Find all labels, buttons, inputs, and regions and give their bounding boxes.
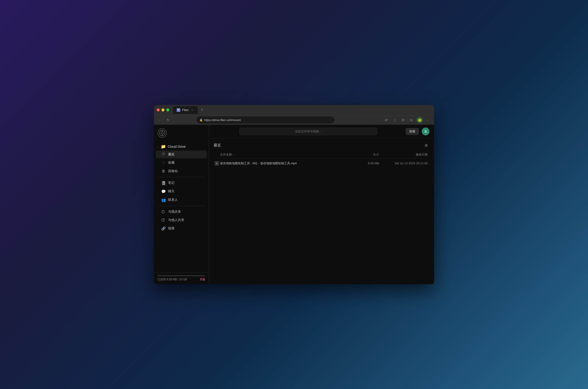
bookmark-button[interactable]: ☆ bbox=[391, 117, 398, 123]
tab-favicon: F bbox=[177, 108, 180, 112]
col-name-label: 文件名称 bbox=[220, 153, 232, 157]
user-avatar[interactable]: S bbox=[422, 128, 430, 135]
storage-usage-text: 已使用 8.09 MB / 10 GB bbox=[157, 278, 187, 282]
extension-button[interactable]: ⚙ bbox=[400, 117, 406, 123]
link-icon: 🔗 bbox=[161, 226, 166, 231]
filen-logo bbox=[157, 129, 167, 138]
tab-bar: F Filen × + bbox=[173, 106, 431, 114]
url-bar[interactable]: 🔒 https://drive.filen.io/#/recent bbox=[197, 117, 335, 123]
sidebar-item-chat[interactable]: 💬 聊天 bbox=[156, 188, 207, 195]
sidebar-divider-2 bbox=[157, 206, 205, 206]
traffic-lights bbox=[157, 108, 169, 111]
search-bar[interactable] bbox=[239, 128, 377, 135]
sidebar-item-recent[interactable]: ⏱ 最近 bbox=[156, 151, 207, 158]
col-size-label: 大小 bbox=[373, 153, 379, 156]
sidebar-item-notes[interactable]: 📓 笔记 bbox=[156, 179, 207, 187]
split-view-button[interactable]: ⧉ bbox=[408, 117, 415, 123]
contacts-icon: 👥 bbox=[161, 198, 166, 202]
browser-actions: Aᵃ ☆ ⚙ ⧉ 🐸 ··· bbox=[383, 117, 431, 123]
tab-close-button[interactable]: × bbox=[190, 108, 194, 112]
storage-bar-container: 已使用 8.09 MB / 10 GB 升级 bbox=[154, 272, 209, 284]
sidebar-item-links-label: 链接 bbox=[168, 226, 175, 230]
share-in-icon bbox=[161, 210, 166, 214]
main-toolbar: 新建 S bbox=[209, 125, 434, 138]
table-row[interactable]: 迷你地铁地图绘制工具 - 001 - 迷你地铁地图绘制工具.mp4 8.09 M… bbox=[214, 159, 430, 168]
main-area: 新建 S 最近 ⊞ 文件名称 ↑ 大小 bbox=[209, 125, 434, 284]
sidebar-item-favorites[interactable]: ♡ 收藏 bbox=[156, 159, 207, 167]
maximize-button[interactable] bbox=[166, 108, 169, 111]
sort-arrow-icon: ↑ bbox=[233, 153, 234, 156]
address-bar: ← ↻ 🔒 https://drive.filen.io/#/recent Aᵃ… bbox=[154, 115, 434, 125]
nav-group-3: 与我共享 与他人共享 🔗 链接 bbox=[154, 208, 209, 232]
close-button[interactable] bbox=[157, 108, 160, 111]
sidebar-item-contacts[interactable]: 👥 联系人 bbox=[156, 196, 207, 204]
sidebar-item-trash[interactable]: 🗑 回收站 bbox=[156, 167, 207, 175]
sidebar-item-shared-with-me-label: 与我共享 bbox=[168, 210, 181, 214]
folder-icon: 📁 bbox=[161, 144, 166, 149]
svg-rect-6 bbox=[162, 211, 164, 213]
active-tab[interactable]: F Filen × bbox=[173, 106, 198, 114]
sidebar-item-shared-with-me[interactable]: 与我共享 bbox=[156, 208, 207, 216]
sidebar-divider-1 bbox=[157, 177, 205, 177]
storage-info: 已使用 8.09 MB / 10 GB 升级 bbox=[157, 278, 205, 282]
search-input[interactable] bbox=[242, 130, 374, 133]
section-title: 最近 bbox=[214, 143, 221, 148]
sidebar: ⌄ 📁 Cloud Drive ⏱ 最近 ♡ 收藏 🗑 bbox=[154, 125, 209, 284]
back-button[interactable]: ← bbox=[157, 117, 163, 123]
nav-group-1: ⏱ 最近 ♡ 收藏 🗑 回收站 bbox=[154, 151, 209, 175]
file-type-icon bbox=[215, 161, 219, 166]
file-list-area: 最近 ⊞ 文件名称 ↑ 大小 修改日期 bbox=[209, 138, 434, 284]
more-menu-button[interactable]: ··· bbox=[425, 117, 431, 123]
cloud-drive-label: Cloud Drive bbox=[168, 145, 186, 148]
svg-point-3 bbox=[161, 132, 163, 134]
file-icon-col bbox=[214, 161, 220, 166]
sidebar-logo bbox=[154, 125, 209, 141]
file-name: 迷你地铁地图绘制工具 - 001 - 迷你地铁地图绘制工具.mp4 bbox=[220, 161, 351, 165]
url-full: https://drive.filen.io/#/recent bbox=[204, 118, 241, 122]
storage-bar-fill bbox=[157, 275, 158, 276]
lock-icon: 🔒 bbox=[199, 118, 203, 122]
view-toggle-button[interactable]: ⊞ bbox=[423, 142, 430, 149]
file-columns: 文件名称 ↑ 大小 修改日期 bbox=[214, 151, 430, 159]
share-out-icon bbox=[161, 218, 166, 222]
sidebar-item-shared-with-others[interactable]: 与他人共享 bbox=[156, 216, 207, 224]
col-date-header[interactable]: 修改日期 bbox=[379, 153, 430, 157]
sidebar-nav: ⌄ 📁 Cloud Drive ⏱ 最近 ♡ 收藏 🗑 bbox=[154, 141, 209, 272]
reload-button[interactable]: ↻ bbox=[165, 117, 171, 123]
profile-picture[interactable]: 🐸 bbox=[416, 117, 423, 123]
new-button[interactable]: 新建 bbox=[406, 128, 419, 135]
minimize-button[interactable] bbox=[161, 108, 164, 111]
svg-rect-7 bbox=[162, 219, 164, 221]
sidebar-item-contacts-label: 联系人 bbox=[168, 198, 178, 202]
sidebar-item-shared-with-others-label: 与他人共享 bbox=[168, 218, 184, 222]
sidebar-item-trash-label: 回收站 bbox=[168, 169, 178, 173]
url-text: https://drive.filen.io/#/recent bbox=[204, 118, 241, 122]
col-size-header[interactable]: 大小 bbox=[351, 153, 379, 157]
sidebar-item-chat-label: 聊天 bbox=[168, 189, 175, 194]
trash-icon: 🗑 bbox=[161, 169, 166, 173]
nav-group-2: 📓 笔记 💬 聊天 👥 联系人 bbox=[154, 179, 209, 204]
title-bar: F Filen × + bbox=[154, 105, 434, 115]
clock-icon: ⏱ bbox=[161, 152, 166, 157]
sidebar-item-notes-label: 笔记 bbox=[168, 181, 175, 185]
upgrade-button[interactable]: 升级 bbox=[200, 278, 205, 282]
cloud-drive-section[interactable]: ⌄ 📁 Cloud Drive bbox=[154, 143, 209, 150]
tab-title-label: Filen bbox=[182, 108, 188, 112]
file-date: Sat Jul 13 2024 18:11:58 bbox=[379, 162, 430, 165]
sidebar-item-recent-label: 最近 bbox=[168, 152, 175, 157]
heart-icon: ♡ bbox=[161, 161, 166, 165]
file-size: 8.09 MB bbox=[351, 162, 379, 165]
notes-icon: 📓 bbox=[161, 181, 166, 185]
col-date-label: 修改日期 bbox=[416, 153, 428, 156]
app-content: ⌄ 📁 Cloud Drive ⏱ 最近 ♡ 收藏 🗑 bbox=[154, 125, 434, 284]
sidebar-item-favorites-label: 收藏 bbox=[168, 161, 175, 165]
new-tab-button[interactable]: + bbox=[199, 107, 205, 113]
sidebar-item-links[interactable]: 🔗 链接 bbox=[156, 225, 207, 232]
chat-icon: 💬 bbox=[161, 189, 166, 194]
storage-bar-track bbox=[157, 275, 205, 276]
reader-mode-button[interactable]: Aᵃ bbox=[383, 117, 390, 123]
file-list-header: 最近 ⊞ bbox=[214, 138, 430, 151]
browser-window: F Filen × + ← ↻ 🔒 https://drive.filen.io… bbox=[154, 105, 434, 284]
svg-text:🐸: 🐸 bbox=[418, 118, 422, 122]
col-name-header[interactable]: 文件名称 ↑ bbox=[214, 153, 351, 157]
